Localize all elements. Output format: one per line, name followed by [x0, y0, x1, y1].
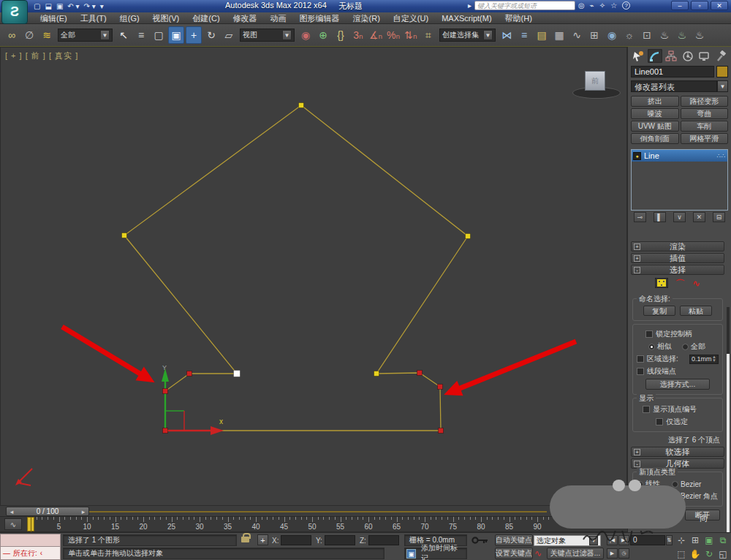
material-editor-icon[interactable]: ◉ — [604, 26, 620, 44]
menu-item-7[interactable]: 图形编辑器 — [293, 12, 346, 24]
pan-view-icon[interactable]: ✋ — [689, 548, 702, 560]
paste-button[interactable]: 粘贴 — [680, 306, 712, 316]
zoom-all-icon[interactable]: ⊞ — [689, 534, 702, 547]
rectangular-selection-region-icon[interactable]: ▢ — [151, 26, 167, 44]
all-radio[interactable] — [682, 344, 689, 350]
rollout-interpolation[interactable]: + 插值 — [631, 253, 724, 263]
stack-item-line[interactable]: ● Line ∴∴ — [632, 150, 727, 162]
frame-step-back-button[interactable]: ◂ — [7, 508, 17, 515]
percent-snap-icon[interactable]: %ₙ — [385, 26, 401, 44]
modifier-preset-button-3[interactable]: 弯曲 — [681, 108, 729, 119]
communication-icon[interactable]: ✧ — [599, 1, 605, 10]
search-input[interactable]: 键入关键字或成短语 — [474, 1, 575, 10]
selection-filter-dropdown[interactable]: 全部▼ — [58, 29, 113, 42]
rendered-frame-window-icon[interactable]: ⊡ — [639, 26, 655, 44]
create-tab[interactable] — [631, 49, 646, 63]
select-object-icon[interactable]: ↖ — [115, 26, 132, 44]
bezier-radio[interactable] — [672, 481, 678, 488]
menu-item-10[interactable]: MAXScript(M) — [435, 12, 498, 24]
modifier-list-dropdown[interactable]: 修改器列表 ▼ — [628, 79, 731, 94]
object-name-field[interactable]: Line001 — [631, 66, 714, 77]
new-file-icon[interactable]: ▢ — [34, 2, 40, 10]
render-last-icon[interactable]: ♨ — [692, 26, 708, 44]
frame-step-forward-button[interactable]: ▸ — [78, 508, 88, 515]
modifier-stack[interactable]: ● Line ∴∴ — [631, 149, 728, 211]
minimize-button[interactable]: – — [671, 1, 689, 10]
show-vertex-numbers-checkbox[interactable] — [643, 406, 650, 413]
absolute-mode-icon[interactable]: + — [257, 534, 268, 545]
orbit-icon[interactable]: ↻ — [702, 548, 716, 560]
x-coordinate-field[interactable] — [281, 535, 311, 545]
menu-item-4[interactable]: 创建(C) — [186, 12, 226, 24]
panel-scrollbar[interactable] — [727, 307, 730, 560]
render-iterative-icon[interactable]: ♨ — [674, 26, 690, 44]
unlink-selection-icon[interactable]: ∅ — [21, 26, 37, 44]
curve-editor-icon[interactable]: ∿ — [569, 26, 585, 44]
application-menu-button[interactable]: S — [1, 0, 28, 24]
visibility-bulb-icon[interactable]: ● — [633, 152, 641, 160]
hierarchy-tab[interactable] — [664, 49, 679, 63]
macro-recorder-pane[interactable] — [0, 534, 61, 547]
zoom-extents-all-icon[interactable]: ⧉ — [716, 534, 730, 547]
menu-item-5[interactable]: 修改器 — [227, 12, 264, 24]
segment-subobject-button[interactable]: ⌒ — [675, 278, 685, 291]
save-file-icon[interactable]: ▣ — [56, 2, 63, 10]
menu-item-8[interactable]: 渲染(R) — [346, 12, 387, 24]
set-key-button[interactable]: 设置关键点 — [495, 548, 533, 559]
modifier-preset-button-7[interactable]: 网格平滑 — [681, 133, 729, 144]
scrollbar-thumb[interactable] — [727, 354, 730, 560]
rollout-selection[interactable]: - 选择 — [631, 265, 724, 275]
menu-item-1[interactable]: 工具(T) — [74, 12, 113, 24]
menu-item-2[interactable]: 组(G) — [113, 12, 146, 24]
area-threshold-spinner[interactable]: 0.1mm▲▼ — [689, 355, 719, 364]
rollout-soft-selection[interactable]: + 软选择 — [631, 447, 724, 457]
menu-item-9[interactable]: 自定义(U) — [387, 12, 435, 24]
menu-item-3[interactable]: 视图(V) — [146, 12, 186, 24]
qat-options-icon[interactable]: ▾ — [100, 2, 104, 10]
render-setup-icon[interactable]: ☼ — [621, 26, 637, 44]
undo-icon[interactable]: ↶ ▾ — [67, 2, 79, 10]
alike-radio[interactable] — [648, 344, 655, 350]
align-icon[interactable]: ≡ — [516, 26, 532, 44]
redo-icon[interactable]: ↷ ▾ — [84, 2, 96, 10]
time-configuration-button[interactable]: ◷ — [618, 548, 629, 559]
select-and-rotate-icon[interactable]: ↻ — [203, 26, 219, 44]
mirror-icon[interactable]: ⋈ — [499, 26, 515, 44]
time-slider-handle[interactable]: ◂ 0 / 100 ▸ — [6, 507, 89, 516]
keyboard-shortcut-override-icon[interactable]: {} — [333, 26, 349, 44]
configure-modifier-sets-icon[interactable]: ⊟ — [713, 212, 725, 222]
z-coordinate-field[interactable] — [368, 535, 399, 545]
spline-subobject-button[interactable]: ∿ — [692, 278, 700, 291]
help-icon[interactable]: ? — [622, 1, 630, 10]
modifier-preset-button-2[interactable]: 噪波 — [631, 108, 679, 119]
object-color-swatch[interactable] — [716, 66, 728, 77]
copy-button[interactable]: 复制 — [643, 306, 675, 316]
track-bar-ruler[interactable]: 051015202530354045505560657075808590 — [0, 517, 550, 532]
make-unique-icon[interactable]: ∨ — [673, 212, 686, 222]
mini-curve-editor-button[interactable]: ∿ — [4, 518, 22, 530]
time-tag-icon[interactable]: ▣ — [406, 549, 416, 559]
new-key-curve-icon[interactable]: ∿ — [534, 548, 542, 559]
select-and-scale-icon[interactable]: ▱ — [221, 26, 237, 44]
modifier-preset-button-1[interactable]: 路径变形 — [681, 96, 729, 107]
menu-item-0[interactable]: 编辑(E) — [34, 12, 74, 24]
zoom-region-icon[interactable]: ⬚ — [675, 548, 688, 560]
show-end-result-icon[interactable]: ▌ — [654, 212, 666, 222]
maximize-viewport-icon[interactable]: ◱ — [716, 548, 730, 560]
subobject-vertex-icon[interactable]: ∴∴ — [717, 153, 726, 159]
named-selection-sets-dropdown[interactable]: 创建选择集▼ — [439, 29, 496, 42]
snap-toggle-3d-icon[interactable]: 3ₙ — [350, 26, 366, 44]
remove-modifier-icon[interactable]: ✕ — [693, 212, 705, 222]
maximize-button[interactable]: ▫ — [691, 1, 708, 10]
auto-key-button[interactable]: 自动关键点 — [495, 534, 533, 546]
current-frame-marker[interactable] — [27, 517, 34, 531]
modifier-preset-button-5[interactable]: 车削 — [681, 121, 729, 132]
use-pivot-center-icon[interactable]: ◉ — [298, 26, 314, 44]
select-and-link-icon[interactable]: ∞ — [4, 26, 20, 44]
segment-end-checkbox[interactable] — [637, 368, 644, 375]
key-link-icon[interactable]: ⌁ — [590, 1, 594, 10]
menu-item-11[interactable]: 帮助(H) — [499, 12, 539, 24]
track-bar[interactable]: 051015202530354045505560657075808590 ∿ — [0, 517, 627, 532]
time-slider-track[interactable]: ◂ 0 / 100 ▸ — [0, 506, 627, 517]
key-filters-button[interactable]: 关键点过滤器... — [547, 548, 604, 559]
